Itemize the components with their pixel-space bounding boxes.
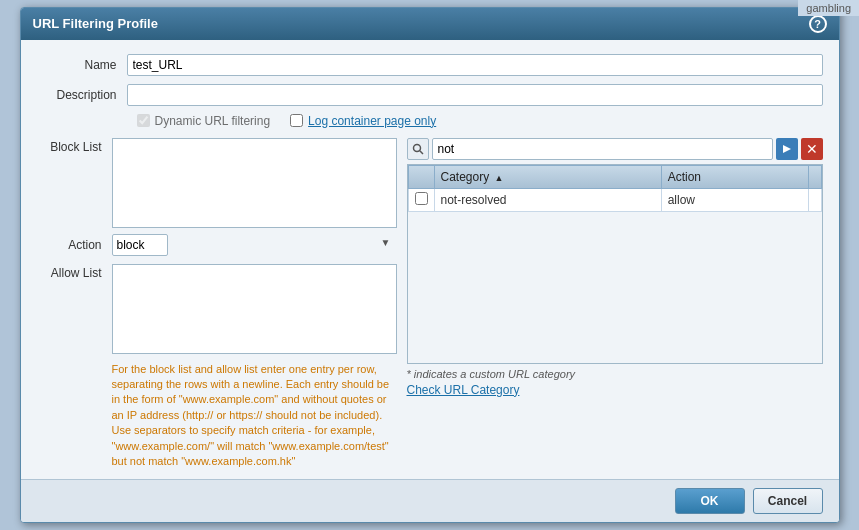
block-list-label: Block List — [37, 138, 112, 154]
check-url-link[interactable]: Check URL Category — [407, 383, 520, 397]
allow-list-textarea[interactable] — [112, 264, 397, 354]
block-list-textarea[interactable] — [112, 138, 397, 228]
log-container-label[interactable]: Log container page only — [308, 114, 436, 128]
row-checkbox[interactable] — [415, 192, 428, 205]
dialog-body: Name Description Dynamic URL filtering L… — [21, 40, 839, 480]
dialog-title: URL Filtering Profile — [33, 16, 158, 31]
dynamic-url-checkbox[interactable] — [137, 114, 150, 127]
log-container-checkbox[interactable] — [290, 114, 303, 127]
table-header-checkbox — [408, 165, 434, 188]
dynamic-url-label: Dynamic URL filtering — [155, 114, 271, 128]
block-list-row: Block List — [37, 138, 397, 228]
table-header-row: Category ▲ Action — [408, 165, 821, 188]
action-row: Action block allow alert continue overri… — [37, 234, 397, 256]
cancel-button[interactable]: Cancel — [753, 488, 823, 514]
description-label: Description — [37, 88, 127, 102]
svg-marker-2 — [783, 145, 791, 153]
description-row: Description — [37, 84, 823, 106]
check-url-row: Check URL Category — [407, 383, 823, 397]
search-clear-button[interactable]: ✕ — [801, 138, 823, 160]
search-go-button[interactable] — [776, 138, 798, 160]
custom-note: * indicates a custom URL category — [407, 368, 823, 380]
sort-arrow-icon: ▲ — [495, 173, 504, 183]
description-input[interactable] — [127, 84, 823, 106]
search-bar: ✕ — [407, 138, 823, 160]
allow-list-row: Allow List — [37, 264, 397, 354]
allow-list-label: Allow List — [37, 264, 112, 280]
name-label: Name — [37, 58, 127, 72]
table-header-action[interactable]: Action — [661, 165, 808, 188]
row-action: allow — [661, 188, 808, 211]
table-header-spacer — [808, 165, 821, 188]
dialog-titlebar: URL Filtering Profile ? — [21, 8, 839, 40]
left-panel: Block List Action block allow alert cont… — [37, 138, 397, 470]
category-table-container[interactable]: Category ▲ Action — [407, 164, 823, 364]
url-filtering-dialog: URL Filtering Profile ? Name Description — [20, 7, 840, 524]
options-row: Dynamic URL filtering Log container page… — [37, 114, 823, 128]
search-icon-wrap[interactable] — [407, 138, 429, 160]
row-spacer — [808, 188, 821, 211]
row-checkbox-cell[interactable] — [408, 188, 434, 211]
search-input[interactable] — [432, 138, 773, 160]
dialog-footer: OK Cancel — [21, 479, 839, 522]
category-table: Category ▲ Action — [408, 165, 822, 212]
svg-point-0 — [413, 144, 420, 151]
background-label: gambling — [798, 0, 859, 16]
name-input[interactable] — [127, 54, 823, 76]
help-icon[interactable]: ? — [809, 15, 827, 33]
help-text: For the block list and allow list enter … — [37, 362, 397, 470]
action-select-wrapper: block allow alert continue override — [112, 234, 397, 256]
search-icon — [412, 143, 424, 155]
action-label: Action — [37, 238, 112, 252]
log-container-option: Log container page only — [290, 114, 436, 128]
row-category: not-resolved — [434, 188, 661, 211]
name-row: Name — [37, 54, 823, 76]
table-header-category[interactable]: Category ▲ — [434, 165, 661, 188]
svg-line-1 — [419, 150, 422, 153]
main-content: Block List Action block allow alert cont… — [37, 138, 823, 470]
category-table-body: not-resolved allow — [408, 188, 821, 211]
arrow-right-icon — [781, 143, 793, 155]
right-panel: ✕ Category ▲ — [407, 138, 823, 470]
table-row: not-resolved allow — [408, 188, 821, 211]
dynamic-url-option: Dynamic URL filtering — [137, 114, 271, 128]
ok-button[interactable]: OK — [675, 488, 745, 514]
action-select[interactable]: block allow alert continue override — [112, 234, 168, 256]
